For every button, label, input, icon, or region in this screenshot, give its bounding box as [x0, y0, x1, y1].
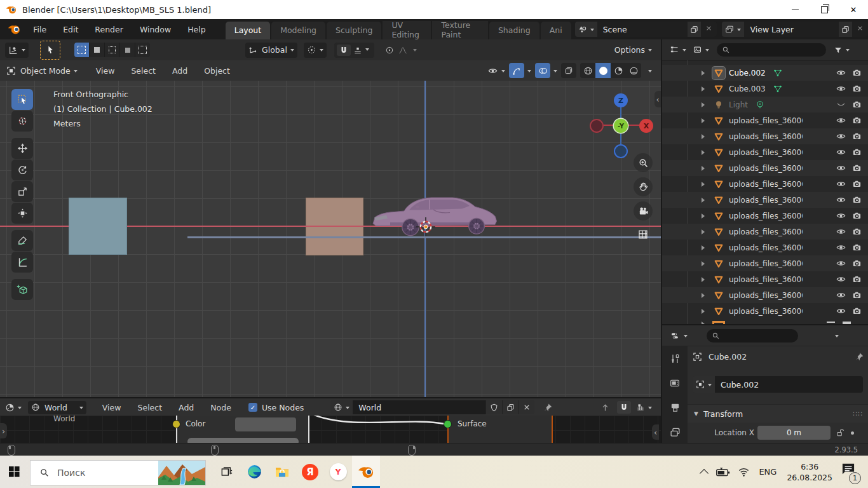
restore-button[interactable]	[810, 0, 839, 19]
gizmo-axis-neg-y[interactable]: -Y	[614, 119, 628, 133]
cube-002-object[interactable]	[69, 198, 126, 254]
node-snap-mode-dropdown[interactable]	[636, 403, 652, 412]
outliner-item-label[interactable]: uploads_files_360066	[729, 116, 803, 125]
toolbar-expand-arrow[interactable]: ›	[0, 423, 7, 438]
select-mode-new[interactable]	[74, 43, 90, 57]
outliner-item[interactable]: uploads_files_360066	[662, 208, 868, 224]
use-nodes-checkbox[interactable]: ✓ Use Nodes	[248, 403, 304, 412]
panel-expand-arrow[interactable]: ▼	[694, 410, 698, 417]
animate-decorator-dot[interactable]	[851, 431, 854, 435]
visibility-eye-icon[interactable]	[836, 290, 846, 300]
disclosure-triangle-icon[interactable]	[702, 71, 707, 76]
disclosure-triangle-icon[interactable]	[702, 86, 707, 92]
disclosure-triangle-icon[interactable]	[702, 198, 707, 203]
shading-material-button[interactable]	[611, 63, 626, 78]
visibility-eye-icon[interactable]	[836, 163, 846, 173]
scene-copy-button[interactable]	[688, 22, 701, 37]
tab-animation[interactable]: Ani	[541, 22, 571, 39]
render-camera-icon[interactable]	[852, 259, 862, 268]
visibility-eye-icon[interactable]	[836, 68, 846, 78]
outliner-item[interactable]: uploads_files_360066	[662, 255, 868, 271]
disclosure-triangle-icon[interactable]	[702, 150, 707, 155]
render-camera-icon[interactable]	[852, 163, 862, 173]
viewport-menu-view[interactable]: View	[88, 66, 123, 76]
shader-menu-view[interactable]: View	[94, 403, 130, 412]
tool-move[interactable]	[11, 138, 33, 159]
scene-icon[interactable]	[575, 22, 597, 37]
select-mode-subtract[interactable]	[105, 43, 120, 57]
pin-icon[interactable]	[855, 352, 864, 362]
fake-user-shield-button[interactable]	[485, 400, 502, 414]
outliner-item[interactable]: Light	[662, 97, 868, 112]
outliner-item-label[interactable]: Light	[729, 100, 748, 109]
outliner-item[interactable]: uploads_files_360066	[662, 224, 868, 240]
disclosure-triangle-icon[interactable]	[702, 245, 707, 250]
taskbar-search-box[interactable]: Поиск	[30, 460, 206, 485]
world-name-input[interactable]: World	[353, 400, 485, 414]
tool-select-box[interactable]	[11, 89, 33, 110]
outliner-item[interactable]: uploads_files_360066	[662, 176, 868, 192]
tab-shading[interactable]: Shading	[489, 22, 539, 39]
disclosure-triangle-icon[interactable]	[702, 118, 707, 123]
clock[interactable]: 6:36 26.08.2025	[787, 461, 832, 483]
outliner-item[interactable]: uploads_files_360066	[662, 160, 868, 176]
lock-open-icon[interactable]	[836, 428, 844, 437]
tab-layout[interactable]: Layout	[226, 22, 271, 39]
scene-selector[interactable]: Scene	[575, 22, 717, 37]
viewport-canvas[interactable]: Front Orthographic (1) Collection | Cube…	[0, 81, 661, 397]
active-tool-select-box[interactable]	[40, 41, 60, 60]
navigation-gizmo[interactable]: Z X -Y	[585, 87, 661, 157]
visibility-eye-icon[interactable]	[836, 274, 846, 284]
select-mode-extend[interactable]	[90, 43, 105, 57]
disclosure-triangle-icon[interactable]	[702, 182, 707, 187]
outliner-item-label[interactable]: uploads_files_360066	[729, 180, 803, 189]
shading-rendered-button[interactable]	[626, 63, 641, 78]
outliner-item-label[interactable]: Cube.002	[729, 69, 766, 78]
tab-tool-icon[interactable]	[670, 353, 681, 364]
properties-options-chevron[interactable]	[835, 335, 839, 339]
outliner-item-label[interactable]: uploads_files_360066	[729, 132, 803, 141]
viewport-menu-object[interactable]: Object	[196, 66, 238, 76]
outliner-filter-button[interactable]	[834, 46, 850, 55]
unlink-datablock-button[interactable]	[519, 400, 534, 414]
pivot-point-dropdown[interactable]	[304, 43, 327, 58]
viewport-menu-select[interactable]: Select	[123, 66, 164, 76]
file-explorer-button[interactable]	[268, 456, 296, 488]
outliner-item[interactable]: Cube.003	[662, 81, 868, 97]
tool-scale[interactable]	[11, 181, 33, 202]
tab-modeling[interactable]: Modeling	[271, 22, 325, 39]
proportional-falloff-icon[interactable]	[396, 44, 410, 57]
search-highlight-image[interactable]	[158, 461, 205, 485]
visibility-eye-icon[interactable]	[836, 211, 846, 220]
visibility-eye-icon[interactable]	[836, 179, 846, 189]
menu-file[interactable]: File	[25, 25, 55, 34]
object-id-icon-button[interactable]	[693, 376, 715, 393]
sidebar-collapse-arrow[interactable]: ‹	[652, 424, 659, 440]
object-name-input[interactable]: Cube.002	[715, 376, 863, 393]
scene-name[interactable]: Scene	[597, 25, 688, 34]
outliner-item[interactable]: uploads_files_360066	[662, 303, 868, 319]
tab-uv-editing[interactable]: UV Editing	[383, 21, 431, 39]
zoom-button[interactable]	[634, 153, 653, 172]
copy-datablock-button[interactable]	[502, 400, 519, 414]
wifi-icon[interactable]	[738, 466, 750, 478]
pan-hand-button[interactable]	[634, 177, 653, 196]
object-visibility-dropdown[interactable]	[487, 66, 505, 76]
overlays-toggle[interactable]	[535, 63, 557, 78]
tool-add-cube[interactable]	[11, 279, 33, 300]
outliner-item[interactable]: uploads_files_360066	[662, 271, 868, 287]
outliner-item-label[interactable]: uploads_files_360066	[729, 196, 803, 205]
tray-expand-chevron-icon[interactable]	[700, 468, 709, 477]
outliner-filter-mode-button[interactable]	[693, 45, 709, 55]
tool-cursor[interactable]	[11, 111, 33, 132]
outliner-item-label[interactable]: uploads_files_360066	[729, 164, 803, 173]
visibility-eye-icon[interactable]	[836, 195, 846, 205]
language-indicator[interactable]: ENG	[759, 467, 776, 477]
tool-measure[interactable]	[11, 252, 33, 273]
visibility-eye-icon[interactable]	[836, 116, 846, 125]
task-view-button[interactable]	[212, 456, 240, 488]
view-layer-icon[interactable]	[722, 22, 744, 37]
outliner-item[interactable]: uploads_files_360066	[662, 112, 868, 128]
menu-help[interactable]: Help	[179, 25, 214, 34]
render-camera-icon[interactable]	[852, 84, 862, 93]
